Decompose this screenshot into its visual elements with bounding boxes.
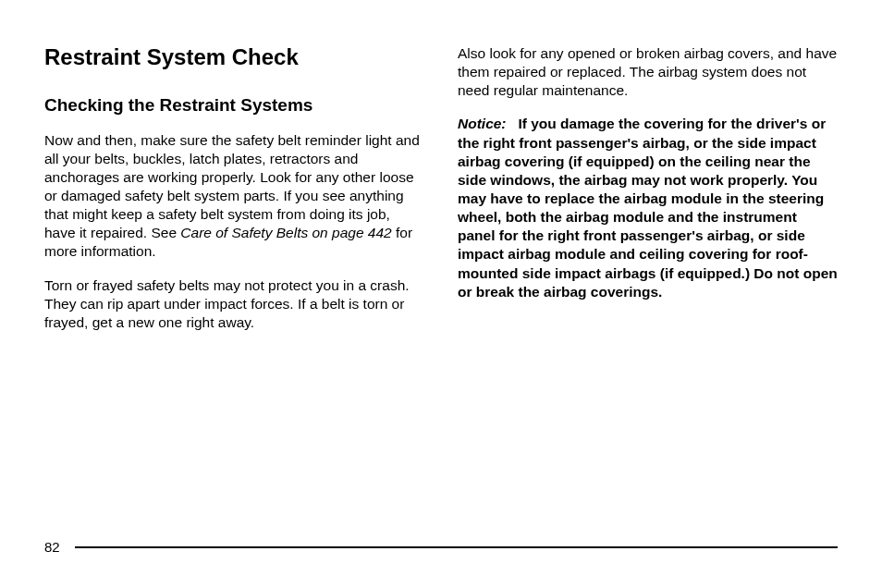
document-content: Restraint System Check Checking the Rest… [44,44,838,332]
sub-heading: Checking the Restraint Systems [44,95,424,116]
paragraph-1: Now and then, make sure the safety belt … [44,131,424,262]
main-heading: Restraint System Check [44,44,424,71]
left-column: Restraint System Check Checking the Rest… [44,44,424,332]
paragraph-2: Torn or frayed safety belts may not prot… [44,276,424,332]
notice-label: Notice: [458,116,507,131]
page-footer: 82 [44,539,838,555]
cross-reference: Care of Safety Belts on page 442 [180,225,391,240]
notice-spacer [507,116,519,131]
paragraph-3: Also look for any opened or broken airba… [458,44,838,100]
page-number: 82 [44,539,60,555]
right-column: Also look for any opened or broken airba… [458,44,838,332]
footer-rule [75,546,838,548]
notice-paragraph: Notice: If you damage the covering for t… [458,115,838,300]
notice-body: If you damage the covering for the drive… [458,116,838,299]
